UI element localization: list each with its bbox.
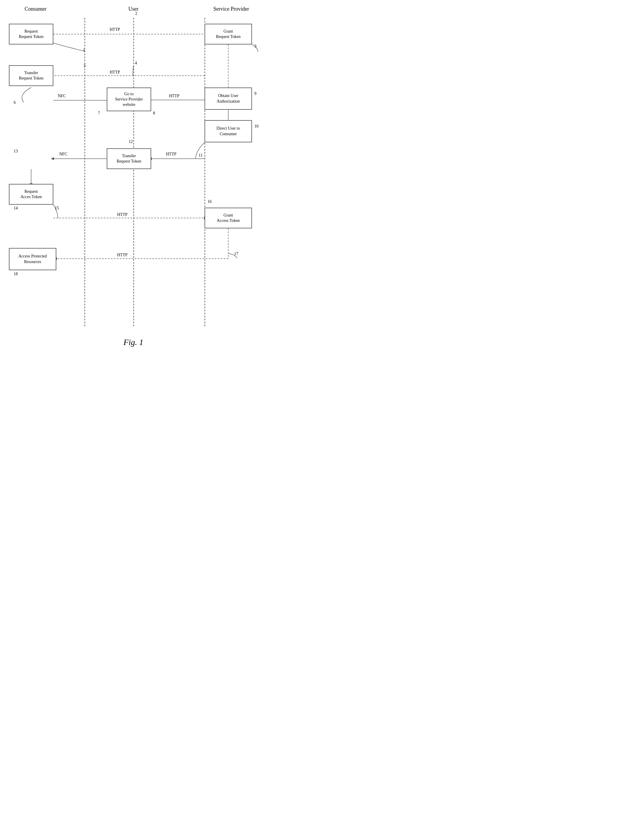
callout-5: 5 — [84, 63, 86, 68]
callout-11: 11 — [199, 153, 202, 158]
box-transfer-request-token-2: TransferRequest Token — [107, 148, 151, 169]
callout-3: 3 — [254, 44, 257, 49]
box-go-to-service-provider: Go toService Providerwebsite — [107, 87, 151, 111]
callout-12: 12 — [129, 139, 133, 144]
callout-14: 14 — [14, 206, 18, 211]
label-http6: HTTP — [117, 253, 128, 257]
box-grant-request-token: GrantRequest Token — [205, 24, 252, 44]
callout-15: 15 — [55, 206, 59, 211]
callout-4: 4 — [135, 61, 137, 66]
callout-18: 18 — [14, 272, 18, 276]
callout-13: 13 — [14, 149, 18, 154]
callout-16: 16 — [208, 199, 212, 204]
header-user: User — [107, 6, 160, 12]
callout-9: 9 — [254, 92, 257, 96]
callout-10: 10 — [254, 124, 258, 129]
callout-6: 6 — [14, 100, 16, 105]
box-direct-user-to-consumer: Direct User toConsumer — [205, 120, 252, 142]
header-consumer: Consumer — [9, 6, 62, 12]
box-access-protected-resources: Access ProtectedResources — [9, 248, 56, 270]
callout-7: 7 — [98, 111, 100, 116]
label-http5: HTTP — [117, 212, 128, 217]
label-http2: HTTP — [110, 70, 120, 75]
box-grant-access-token: GrantAccess Token — [205, 208, 252, 228]
box-obtain-user-authorization: Obtain UserAuthorization — [205, 87, 252, 110]
callout-8: 8 — [153, 111, 155, 116]
fig-label: Fig. 1 — [124, 338, 143, 347]
vline-user — [133, 18, 134, 326]
diagram-container: Consumer User Service Provider — [0, 0, 267, 350]
callout-1: 1 — [83, 48, 85, 53]
svg-marker-13 — [51, 157, 54, 160]
callout-2: 2 — [135, 11, 137, 16]
header-service-provider: Service Provider — [202, 6, 261, 12]
label-http1: HTTP — [110, 27, 120, 32]
vline-service-provider — [205, 18, 205, 326]
box-transfer-request-token-1: TransferRequest Token — [9, 65, 54, 86]
label-http4: HTTP — [166, 152, 177, 156]
box-request-request-token: RequestRequest Token — [9, 24, 54, 44]
label-nfc1: NFC — [58, 94, 66, 98]
callout-17: 17 — [234, 251, 238, 256]
label-nfc2: NFC — [59, 152, 67, 156]
label-http3: HTTP — [169, 94, 179, 98]
box-request-access-token: RequestAcces Token — [9, 184, 54, 205]
